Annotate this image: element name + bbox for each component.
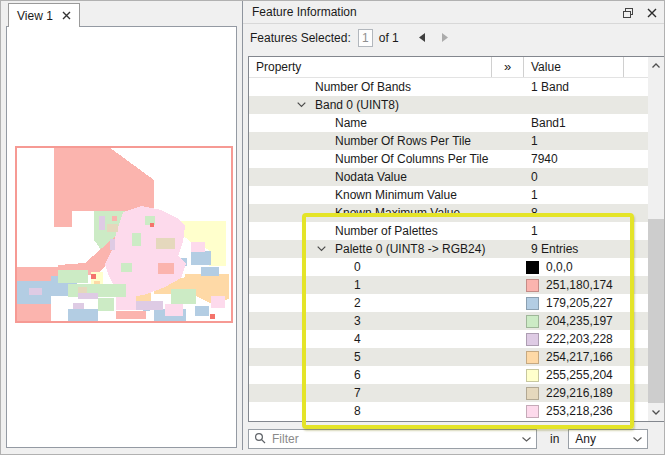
panel-title: Feature Information <box>252 5 357 19</box>
property-name: Nodata Value <box>335 168 407 186</box>
application-window: View 1 <box>0 0 665 455</box>
property-value: 253,218,236 <box>546 402 613 420</box>
table-row[interactable]: 4 222,203,228 <box>249 330 648 348</box>
property-name: Band 0 (UINT8) <box>315 96 399 114</box>
property-name: Number Of Rows Per Tile <box>335 132 471 150</box>
property-name: Known Maximum Value <box>335 204 460 222</box>
table-row[interactable]: 3 204,235,197 <box>249 312 648 330</box>
features-selected-label: Features Selected: <box>250 31 351 45</box>
palette-swatch <box>526 333 539 346</box>
tab-label: View 1 <box>17 9 53 23</box>
table-row[interactable]: 6 255,255,204 <box>249 366 648 384</box>
palette-swatch <box>526 351 539 364</box>
feature-toolbar: Features Selected: 1 of 1 In: RRASTER <box>243 24 665 51</box>
table-row[interactable]: Known Minimum Value 1 <box>249 186 648 204</box>
view-tabbar: View 1 <box>1 1 242 26</box>
property-name: 5 <box>354 348 361 366</box>
property-name: 2 <box>354 294 361 312</box>
property-value: 0 <box>531 168 538 186</box>
property-value: 1 <box>531 132 538 150</box>
filter-in-label: in <box>550 432 559 446</box>
vertical-scrollbar[interactable] <box>648 57 664 421</box>
property-value: Band1 <box>531 114 566 132</box>
table-row[interactable]: 2 179,205,227 <box>249 294 648 312</box>
tab-view-1[interactable]: View 1 <box>8 3 80 27</box>
filter-input[interactable]: Filter <box>248 429 537 449</box>
scroll-up-icon[interactable] <box>648 57 664 74</box>
raster-map <box>15 146 233 323</box>
table-row[interactable]: 0 0,0,0 <box>249 258 648 276</box>
property-value: 254,217,166 <box>546 348 613 366</box>
filter-scope-select[interactable]: Any <box>568 429 648 449</box>
palette-swatch <box>526 405 539 418</box>
table-row[interactable]: Band 0 (UINT8) <box>249 96 648 114</box>
next-feature-icon[interactable] <box>438 31 452 45</box>
table-row[interactable]: Palette 0 (UINT8 -> RGB24) 9 Entries <box>249 240 648 258</box>
scrollbar-thumb[interactable] <box>648 219 664 403</box>
property-value: 204,235,197 <box>546 312 613 330</box>
selected-feature-index[interactable]: 1 <box>358 29 373 47</box>
table-row[interactable]: 7 229,216,189 <box>249 384 648 402</box>
property-value: 255,255,204 <box>546 366 613 384</box>
table-row[interactable]: Number Of Columns Per Tile 7940 <box>249 150 648 168</box>
table-row[interactable]: 8 253,218,236 <box>249 402 648 420</box>
table-row[interactable]: Number of Palettes 1 <box>249 222 648 240</box>
palette-swatch <box>526 297 539 310</box>
property-name: 6 <box>354 366 361 384</box>
table-row[interactable]: 1 251,180,174 <box>249 276 648 294</box>
scope-dropdown-icon[interactable] <box>631 437 643 442</box>
expand-chevron-icon[interactable] <box>297 102 315 108</box>
property-name: 7 <box>354 384 361 402</box>
table-row[interactable]: Nodata Value 0 <box>249 168 648 186</box>
palette-swatch <box>526 279 539 292</box>
property-name: Number Of Columns Per Tile <box>335 150 488 168</box>
property-value: 8 <box>531 204 538 222</box>
palette-swatch <box>526 315 539 328</box>
previous-feature-icon[interactable] <box>415 31 429 45</box>
property-name: Number of Palettes <box>335 222 438 240</box>
property-name: 3 <box>354 312 361 330</box>
column-header-value[interactable]: Value <box>524 57 624 77</box>
property-name: 8 <box>354 402 361 420</box>
close-icon[interactable] <box>645 6 659 20</box>
table-row[interactable]: Number Of Rows Per Tile 1 <box>249 132 648 150</box>
column-header-property[interactable]: Property <box>249 57 492 77</box>
filter-bar: Filter in Any <box>243 428 665 450</box>
property-value: 0,0,0 <box>546 258 573 276</box>
panel-titlebar: Feature Information <box>243 1 665 24</box>
property-name: Palette 0 (UINT8 -> RGB24) <box>335 240 485 258</box>
property-name: Name <box>335 114 367 132</box>
tab-close-icon[interactable] <box>62 11 71 20</box>
property-table: Property » Value Number Of Bands 1 Band … <box>248 56 665 422</box>
feature-count-label: of 1 <box>379 31 399 45</box>
column-expand-all-icon[interactable]: » <box>492 57 524 77</box>
palette-swatch <box>526 261 539 274</box>
table-row[interactable]: Name Band1 <box>249 114 648 132</box>
property-table-body: Number Of Bands 1 Band Band 0 (UINT8) Na… <box>249 78 648 420</box>
map-view[interactable] <box>6 26 237 448</box>
property-value: 179,205,227 <box>546 294 613 312</box>
property-name: 1 <box>354 276 361 294</box>
property-value: 7940 <box>531 150 558 168</box>
table-row[interactable]: Number Of Bands 1 Band <box>249 78 648 96</box>
property-name: 4 <box>354 330 361 348</box>
property-value: 229,216,189 <box>546 384 613 402</box>
float-window-icon[interactable] <box>621 6 635 20</box>
table-row[interactable]: 5 254,217,166 <box>249 348 648 366</box>
filter-placeholder: Filter <box>272 432 520 446</box>
filter-scope-value: Any <box>575 432 631 446</box>
property-name: Number Of Bands <box>315 78 411 96</box>
property-value: 1 <box>531 222 538 240</box>
filter-dropdown-icon[interactable] <box>520 437 532 442</box>
view-pane: View 1 <box>1 1 242 455</box>
scroll-down-icon[interactable] <box>648 404 664 421</box>
table-row[interactable]: Known Maximum Value 8 <box>249 204 648 222</box>
property-table-header: Property » Value <box>249 57 664 78</box>
expand-chevron-icon[interactable] <box>317 246 335 252</box>
palette-swatch <box>526 387 539 400</box>
property-value: 1 Band <box>531 78 569 96</box>
property-name: Known Minimum Value <box>335 186 457 204</box>
property-value: 1 <box>531 186 538 204</box>
property-value: 251,180,174 <box>546 276 613 294</box>
palette-swatch <box>526 369 539 382</box>
